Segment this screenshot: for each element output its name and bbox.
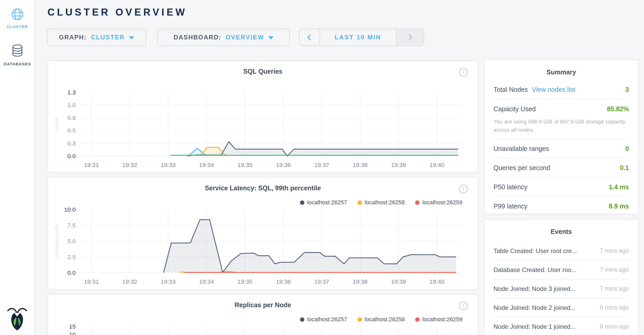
- x-axis-tick-label: 19:37: [314, 278, 329, 285]
- replicas-per-node-chart-card: Replicas per Node ! localhost:26257local…: [47, 294, 478, 335]
- summary-row: P50 latency1.4 ms: [494, 178, 629, 197]
- graph-dropdown-value: CLUSTER: [91, 34, 125, 41]
- summary-panel: Summary Total NodesView nodes list3Capac…: [484, 60, 639, 214]
- x-axis-tick-label: 19:32: [122, 278, 137, 285]
- x-axis-tick-label: 19:40: [429, 162, 444, 168]
- chart-plot: 0.02.55.07.510.019:3119:3219:3319:3419:3…: [48, 178, 478, 290]
- chevron-right-icon: [407, 34, 413, 40]
- y-axis-tick-label: 10.0: [64, 206, 76, 213]
- y-axis-tick-label: 10: [69, 331, 76, 335]
- summary-row: Capacity Used85.82%You are using 598.9 G…: [494, 99, 629, 139]
- event-time: 7 mins ago: [600, 247, 629, 254]
- dashboard-dropdown-value: OVERVIEW: [225, 34, 264, 41]
- x-axis-tick-label: 19:37: [314, 162, 329, 168]
- time-range-prev-button[interactable]: [300, 29, 320, 45]
- summary-row-label: Queries per second: [494, 164, 550, 172]
- sidebar-item-label: DATABASES: [0, 62, 35, 66]
- y-axis-tick-label: 0.3: [67, 140, 76, 147]
- x-axis-tick-label: 19:33: [161, 278, 175, 285]
- sidebar-item-label: CLUSTER: [0, 24, 35, 29]
- event-text: Database Created: User roo...: [494, 266, 577, 274]
- chart-plot: 0.00.30.50.81.01.319:3119:3219:3319:3419…: [48, 61, 478, 173]
- x-axis-tick-label: 19:38: [353, 278, 367, 285]
- chevron-down-icon: [129, 36, 134, 39]
- y-axis-tick-label: 1.0: [67, 102, 76, 108]
- event-text: Node Joined: Node 3 joined...: [494, 285, 576, 292]
- summary-row-value: 85.82%: [607, 105, 629, 113]
- cockroachdb-logo[interactable]: [6, 306, 29, 332]
- event-text: Node Joined: Node 2 joined...: [494, 304, 576, 311]
- summary-row-value: 3: [625, 86, 629, 93]
- summary-row-label: Capacity Used: [494, 105, 536, 113]
- x-axis-tick-label: 19:39: [391, 278, 406, 285]
- x-axis-tick-label: 19:40: [429, 278, 444, 285]
- x-axis-tick-label: 19:32: [122, 162, 137, 168]
- event-row[interactable]: Table Created: User root cre...7 mins ag…: [494, 242, 629, 261]
- x-axis-tick-label: 19:35: [237, 162, 252, 168]
- chevron-left-icon: [307, 34, 313, 40]
- x-axis-tick-label: 19:38: [353, 162, 367, 168]
- time-range-label[interactable]: LAST 10 MIN: [320, 29, 396, 45]
- sidebar-item-cluster[interactable]: CLUSTER: [0, 8, 35, 29]
- event-time: 7 mins ago: [600, 266, 629, 273]
- sql-queries-chart-card: SQL Queries ! 0.00.30.50.81.01.319:3119:…: [47, 60, 478, 172]
- summary-row-label: P99 latency: [494, 203, 527, 210]
- x-axis-tick-label: 19:39: [391, 162, 406, 168]
- summary-row-value: 8.9 ms: [609, 203, 629, 210]
- chart-plot: 1510: [48, 295, 478, 335]
- summary-row: P99 latency8.9 ms: [494, 197, 629, 215]
- summary-row-description: You are using 598.9 GiB of 697.9 GiB sto…: [494, 117, 629, 139]
- service-latency-chart-card: Service Latency: SQL, 99th percentile ! …: [47, 177, 478, 290]
- y-axis-tick-label: 7.5: [67, 222, 76, 229]
- event-row[interactable]: Node Joined: Node 3 joined...7 mins ago: [494, 280, 629, 298]
- y-axis-tick-label: 2.5: [67, 254, 76, 260]
- graph-dropdown[interactable]: GRAPH: CLUSTER: [47, 29, 146, 46]
- event-text: Table Created: User root cre...: [494, 247, 577, 255]
- summary-rows: Total NodesView nodes list3Capacity Used…: [494, 80, 629, 215]
- database-icon: [11, 44, 24, 58]
- event-text: Node Joined: Node 1 joined...: [494, 323, 576, 330]
- y-axis-tick-label: 0.5: [67, 127, 76, 134]
- events-panel: Events Table Created: User root cre...7 …: [484, 219, 639, 335]
- dashboard-dropdown[interactable]: DASHBOARD: OVERVIEW: [157, 29, 290, 46]
- x-axis-tick-label: 19:31: [84, 278, 99, 285]
- y-axis-tick-label: 0.0: [67, 153, 76, 159]
- x-axis-tick-label: 19:31: [84, 162, 99, 168]
- summary-row-value: 1.4 ms: [609, 183, 629, 191]
- summary-row: Total NodesView nodes list3: [494, 80, 629, 99]
- y-axis-tick-label: 5.0: [67, 238, 76, 245]
- sidebar-item-databases[interactable]: DATABASES: [0, 44, 35, 66]
- summary-row-value: 0: [625, 145, 629, 152]
- summary-row-label: P50 latency: [494, 183, 527, 191]
- view-nodes-link[interactable]: View nodes list: [532, 86, 575, 93]
- events-rows: Table Created: User root cre...7 mins ag…: [494, 242, 629, 335]
- y-axis-tick-label: 0.0: [67, 269, 76, 276]
- x-axis-tick-label: 19:36: [276, 278, 291, 285]
- time-range-selector: LAST 10 MIN: [299, 29, 424, 46]
- y-axis-tick-label: 15: [69, 323, 76, 330]
- summary-title: Summary: [484, 60, 638, 76]
- event-time: 7 mins ago: [600, 285, 629, 292]
- x-axis-tick-label: 19:35: [237, 278, 252, 285]
- time-range-next-button[interactable]: [396, 29, 423, 45]
- x-axis-tick-label: 19:33: [161, 162, 175, 168]
- event-row[interactable]: Node Joined: Node 1 joined...8 mins ago: [494, 317, 629, 335]
- y-axis-tick-label: 0.8: [67, 114, 76, 121]
- event-time: 8 mins ago: [600, 323, 629, 330]
- event-row[interactable]: Database Created: User roo...7 mins ago: [494, 261, 629, 280]
- summary-row: Unavailable ranges0: [494, 139, 629, 158]
- summary-row-value: 0.1: [620, 164, 629, 172]
- sidebar: CLUSTER DATABASES: [0, 0, 35, 335]
- summary-row: Queries per second0.1: [494, 158, 629, 178]
- event-row[interactable]: Node Joined: Node 2 joined...8 mins ago: [494, 298, 629, 317]
- globe-icon: [11, 8, 24, 21]
- y-axis-unit-label: count: [53, 117, 59, 131]
- x-axis-tick-label: 19:36: [276, 162, 291, 168]
- chevron-down-icon: [268, 36, 273, 39]
- series-area: [163, 220, 456, 273]
- events-title: Events: [484, 220, 638, 235]
- x-axis-tick-label: 19:34: [199, 162, 214, 168]
- dashboard-dropdown-label: DASHBOARD:: [174, 34, 221, 41]
- summary-row-label: Total Nodes: [494, 86, 528, 93]
- cockroach-icon: [6, 306, 29, 331]
